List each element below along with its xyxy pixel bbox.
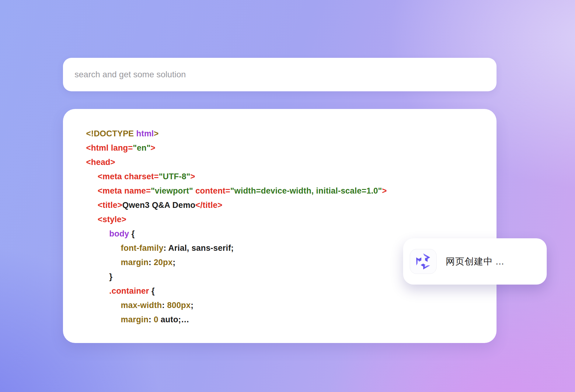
code-token: 0 [154, 315, 158, 324]
search-bar [63, 58, 497, 91]
code-token: 20px [154, 258, 172, 267]
code-token: > [151, 143, 155, 152]
code-token: : [162, 301, 167, 310]
code-line: <html lang="en"> [86, 141, 484, 155]
code-token: Qwen3 Q&A Demo [122, 201, 195, 210]
code-token: > [154, 129, 159, 138]
code-token: .container [109, 286, 152, 296]
qwen-logo-icon [414, 252, 432, 271]
code-line: <meta name="viewport" content="width=dev… [86, 184, 484, 198]
code-line: <head> [86, 155, 484, 170]
code-line: margin: 0 auto;… [86, 313, 484, 327]
code-line: <meta charset="UTF-8"> [86, 170, 484, 184]
toast: 网页创建中 ... [403, 238, 547, 285]
code-token: <head> [86, 158, 115, 167]
code-token: <html lang= [86, 143, 133, 152]
code-line: <title>Qwen3 Q&A Demo</title> [86, 198, 484, 212]
code-token: content= [193, 186, 230, 195]
qwen-logo [410, 249, 437, 274]
code-token: <!DOCTYPE [86, 129, 136, 138]
code-token: <meta charset= [98, 172, 159, 181]
code-token: } [109, 272, 113, 281]
code-token: { [152, 286, 155, 296]
code-token: : [148, 258, 154, 267]
code-line: <!DOCTYPE html> [86, 127, 484, 141]
code-token: body [109, 229, 131, 238]
code-token: </title> [195, 201, 222, 210]
code-token: margin [121, 315, 148, 324]
code-token: margin [121, 258, 148, 267]
toast-message: 网页创建中 ... [446, 255, 504, 268]
code-token: ; [191, 301, 193, 310]
code-token: { [131, 229, 135, 238]
search-input[interactable] [74, 69, 486, 80]
code-token: : Arial, sans-serif; [163, 243, 234, 253]
code-token: <title> [98, 201, 122, 210]
code-line: max-width: 800px; [86, 298, 484, 313]
code-token: "UTF-8" [159, 172, 190, 181]
code-token: max-width [121, 301, 162, 310]
code-token: auto;… [158, 315, 189, 324]
code-block: <!DOCTYPE html><html lang="en"><head><me… [86, 127, 484, 327]
code-token: > [190, 172, 195, 181]
code-token: <style> [98, 215, 126, 224]
code-token: "viewport" [151, 186, 193, 195]
code-token: : [148, 315, 154, 324]
background-gradient: <!DOCTYPE html><html lang="en"><head><me… [0, 0, 575, 392]
code-card: <!DOCTYPE html><html lang="en"><head><me… [63, 109, 497, 343]
code-token: html [136, 129, 154, 138]
code-token: "width=device-width, initial-scale=1.0" [230, 186, 382, 195]
code-token: "en" [133, 143, 151, 152]
code-token: ; [172, 258, 175, 267]
code-line: <style> [86, 212, 484, 227]
code-token: 800px [167, 301, 191, 310]
code-token: > [382, 186, 387, 195]
code-token: font-family [121, 243, 163, 253]
code-line: .container { [86, 284, 484, 298]
code-token: <meta name= [98, 186, 151, 195]
